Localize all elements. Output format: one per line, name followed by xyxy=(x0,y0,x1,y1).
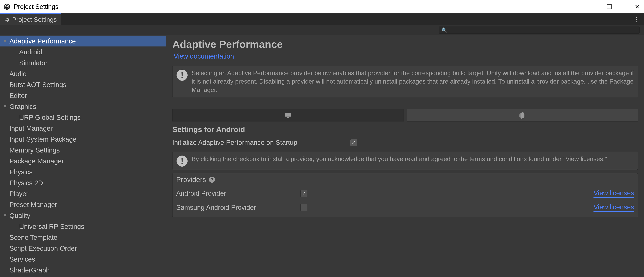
sidebar-item[interactable]: ShaderGraph xyxy=(0,264,166,276)
provider-name: Android Provider xyxy=(176,190,300,197)
search-bar: 🔍 xyxy=(0,25,644,35)
expand-arrow-icon: ▼ xyxy=(3,213,9,218)
platform-tab-standalone[interactable] xyxy=(172,109,404,122)
sidebar-item-label: Script Execution Order xyxy=(9,245,77,252)
sidebar-item[interactable]: Burst AOT Settings xyxy=(0,79,166,90)
settings-content: Adaptive Performance View documentation … xyxy=(166,35,644,277)
search-icon: 🔍 xyxy=(442,27,447,33)
sidebar-item-label: Audio xyxy=(9,70,26,77)
sidebar-item[interactable]: Scene Template xyxy=(0,232,166,243)
providers-panel: Providers ? Android Provider✓View licens… xyxy=(172,173,638,217)
window-close-button[interactable]: ✕ xyxy=(633,3,641,10)
row-initialize-on-startup: Initialize Adaptive Performance on Start… xyxy=(172,137,638,148)
view-licenses-link[interactable]: View licenses xyxy=(594,189,634,198)
info-callout-provider: ! Selecting an Adaptive Performance prov… xyxy=(172,66,638,97)
sidebar-item[interactable]: Android xyxy=(0,46,166,58)
sidebar-item-label: URP Global Settings xyxy=(18,114,80,121)
tab-project-settings[interactable]: Project Settings xyxy=(0,14,61,25)
sidebar-item-label: Player xyxy=(9,190,28,197)
sidebar-item-label: Physics xyxy=(9,168,32,175)
page-title: Adaptive Performance xyxy=(172,38,638,50)
info-callout-license: ! By clicking the checkbox to install a … xyxy=(172,152,638,170)
sidebar-item-label: Package Manager xyxy=(9,158,64,164)
init-checkbox[interactable]: ✓ xyxy=(350,139,357,146)
sidebar-item[interactable]: Audio xyxy=(0,68,166,79)
sidebar-item[interactable]: Services xyxy=(0,254,166,264)
window-title: Project Settings xyxy=(14,3,58,10)
window-minimize-button[interactable]: — xyxy=(578,3,585,10)
sidebar-item[interactable]: ▼Adaptive Performance xyxy=(0,36,166,46)
provider-row: Samsung Android ProviderView licenses xyxy=(176,200,634,214)
monitor-icon xyxy=(284,112,292,119)
info-icon: ! xyxy=(176,70,188,81)
tab-menu-button[interactable]: ⋮ xyxy=(628,14,644,25)
sidebar-item[interactable]: URP Global Settings xyxy=(0,112,166,123)
window-maximize-button[interactable]: ☐ xyxy=(606,3,613,10)
provider-name: Samsung Android Provider xyxy=(176,204,300,211)
editor-tab-bar: Project Settings ⋮ xyxy=(0,14,644,25)
info-icon: ! xyxy=(176,156,188,166)
sidebar-item[interactable]: ▼Quality xyxy=(0,210,166,221)
sidebar-item-label: Input System Package xyxy=(9,136,76,142)
sidebar-item[interactable]: Editor xyxy=(0,90,166,101)
provider-checkbox[interactable] xyxy=(300,204,308,211)
expand-arrow-icon: ▼ xyxy=(3,39,9,44)
view-documentation-link[interactable]: View documentation xyxy=(174,52,234,61)
info-text: Selecting an Adaptive Performance provid… xyxy=(192,69,634,94)
provider-checkbox[interactable]: ✓ xyxy=(300,190,308,197)
providers-title: Providers xyxy=(176,176,206,184)
sidebar-item[interactable]: Package Manager xyxy=(0,156,166,166)
sidebar-item[interactable]: Script Execution Order xyxy=(0,243,166,254)
window-titlebar: Project Settings — ☐ ✕ xyxy=(0,0,644,14)
section-title: Settings for Android xyxy=(172,125,638,134)
expand-arrow-icon: ▼ xyxy=(3,104,9,109)
android-icon xyxy=(518,112,526,119)
sidebar-item[interactable]: Input System Package xyxy=(0,134,166,144)
sidebar-item-label: Preset Manager xyxy=(9,201,57,208)
sidebar-item-label: Adaptive Performance xyxy=(9,38,76,44)
platform-tab-android[interactable] xyxy=(407,109,638,122)
sidebar-item-label: Memory Settings xyxy=(9,147,60,154)
sidebar-item[interactable]: Simulator xyxy=(0,58,166,68)
init-label: Initialize Adaptive Performance on Start… xyxy=(172,139,350,146)
sidebar-item-label: ShaderGraph xyxy=(9,267,50,274)
sidebar-item-label: Editor xyxy=(9,92,27,99)
sidebar-item-label: Simulator xyxy=(18,60,48,66)
sidebar-item[interactable]: Universal RP Settings xyxy=(0,221,166,232)
sidebar-item-label: Services xyxy=(9,256,35,262)
sidebar-item-label: Physics 2D xyxy=(9,180,43,186)
sidebar-item[interactable]: ▼Graphics xyxy=(0,101,166,112)
sidebar-item[interactable]: Player xyxy=(0,188,166,199)
info-text: By clicking the checkbox to install a pr… xyxy=(192,155,607,163)
sidebar-item[interactable]: Input Manager xyxy=(0,123,166,134)
view-licenses-link[interactable]: View licenses xyxy=(594,203,634,212)
help-icon[interactable]: ? xyxy=(209,177,215,183)
gear-icon xyxy=(4,17,10,22)
sidebar-item-label: Input Manager xyxy=(9,125,53,132)
sidebar-item[interactable]: Physics xyxy=(0,166,166,177)
window-controls: — ☐ ✕ xyxy=(578,3,641,10)
sidebar-item[interactable]: Memory Settings xyxy=(0,144,166,156)
search-input[interactable]: 🔍 xyxy=(439,26,640,34)
sidebar-item-label: Universal RP Settings xyxy=(18,223,84,230)
sidebar-item-label: Quality xyxy=(9,212,30,219)
sidebar-item-label: Burst AOT Settings xyxy=(9,81,66,88)
settings-sidebar: ▼Adaptive PerformanceAndroidSimulatorAud… xyxy=(0,35,166,277)
platform-tabs xyxy=(172,109,638,122)
sidebar-item[interactable]: Physics 2D xyxy=(0,177,166,188)
tab-label: Project Settings xyxy=(12,16,57,23)
sidebar-item-label: Android xyxy=(18,49,42,55)
app-logo-icon xyxy=(3,3,11,10)
provider-row: Android Provider✓View licenses xyxy=(176,186,634,200)
sidebar-item-label: Graphics xyxy=(9,103,36,110)
providers-header: Providers ? xyxy=(176,176,634,184)
sidebar-item-label: Scene Template xyxy=(9,234,58,241)
sidebar-item[interactable]: Preset Manager xyxy=(0,199,166,210)
